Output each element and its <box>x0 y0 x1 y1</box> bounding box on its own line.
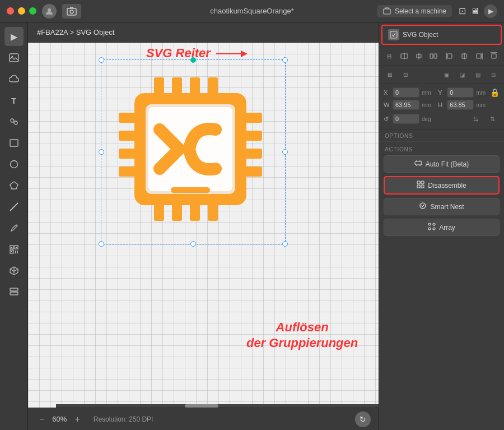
flip-v-btn[interactable]: ⇅ <box>485 112 500 126</box>
flip-h-btn[interactable]: ⇆ <box>468 112 483 126</box>
alignment-toolbar-2: ⊞ ⊡ ▣ ◪ ▨ ⊟ <box>379 66 504 84</box>
prop-x-unit: mm <box>422 90 431 96</box>
auto-fit-label: Auto Fit (Beta) <box>426 160 469 168</box>
machine-selector[interactable]: Select a machine <box>377 5 452 17</box>
prop-y-unit: mm <box>476 90 486 96</box>
smart-nest-button[interactable]: Smart Nest <box>384 198 500 215</box>
tool-cloud[interactable] <box>4 70 24 89</box>
svg-rect-67 <box>417 185 420 188</box>
svg-point-7 <box>14 121 17 124</box>
zoom-out-button[interactable]: − <box>36 413 48 426</box>
transform-btn-3[interactable]: ▣ <box>439 68 454 81</box>
align-tool-4[interactable] <box>427 49 440 63</box>
handle-mid-right[interactable] <box>282 149 288 155</box>
svg-rect-40 <box>245 131 262 141</box>
svg-point-2 <box>70 10 73 13</box>
prop-y-label: Y <box>438 89 445 96</box>
zoom-in-button[interactable]: + <box>71 413 83 426</box>
close-button[interactable] <box>7 7 14 15</box>
tab-icon <box>388 29 399 40</box>
transform-btn-1[interactable]: ⊞ <box>382 68 397 81</box>
window-title: chaotikumSquareOrange* <box>210 7 294 15</box>
handle-bot-right[interactable] <box>282 241 288 247</box>
svg-rect-30 <box>208 77 218 94</box>
svg-rect-37 <box>119 149 136 159</box>
svg-rect-16 <box>16 247 17 248</box>
bottom-bar: − 60% + Resolution: 250 DPI ↻ <box>28 408 379 430</box>
smart-nest-label: Smart Nest <box>430 203 464 211</box>
transform-btn-6[interactable]: ⊟ <box>486 68 501 81</box>
svg-object[interactable] <box>101 59 302 261</box>
auto-fit-button[interactable]: Auto Fit (Beta) <box>384 155 500 173</box>
svg-rect-39 <box>245 113 262 123</box>
svg-rect-3 <box>384 9 390 14</box>
prop-x-row: X mm <box>384 87 436 98</box>
tool-rectangle[interactable] <box>4 133 24 152</box>
prop-r-row: ↺ deg ⇆ ⇅ <box>384 112 500 126</box>
expand-icon[interactable]: ⊡ <box>459 6 466 16</box>
prop-y-input[interactable] <box>447 87 474 98</box>
tool-qr[interactable] <box>4 240 24 259</box>
machine-icon <box>382 7 391 16</box>
svg-rect-34 <box>208 204 218 221</box>
actions-section-label: ACTIONS <box>379 143 504 154</box>
tool-group[interactable] <box>4 112 24 131</box>
tool-polygon[interactable] <box>4 176 24 195</box>
svg-rect-20 <box>15 252 16 253</box>
left-sidebar: ▶ T <box>0 22 28 430</box>
refresh-button[interactable]: ↻ <box>355 411 371 427</box>
user-avatar <box>42 4 57 19</box>
array-button[interactable]: Array <box>384 219 500 236</box>
svg-rect-33 <box>190 204 200 221</box>
content-area: #FBA22A > SVG Object <box>28 22 379 430</box>
align-tool-2[interactable] <box>397 49 410 63</box>
svg-rect-15 <box>11 247 12 248</box>
prop-w-input[interactable] <box>393 100 419 110</box>
play-icon[interactable]: ▶ <box>484 4 497 18</box>
svg-rect-17 <box>11 251 12 252</box>
tool-layers[interactable] <box>4 283 24 302</box>
align-v-top[interactable] <box>487 49 501 63</box>
prop-h-input[interactable] <box>447 100 474 110</box>
horizontal-scrollbar[interactable] <box>56 404 379 408</box>
scrollbar-thumb[interactable] <box>185 404 218 408</box>
transform-btn-4[interactable]: ◪ <box>455 68 469 81</box>
svg-object-tab[interactable]: SVG Object <box>381 25 502 45</box>
svg-point-70 <box>428 223 431 225</box>
tool-line[interactable] <box>4 197 24 216</box>
tool-pen[interactable] <box>4 219 24 238</box>
transform-btn-2[interactable]: ⊡ <box>398 68 413 81</box>
canvas-area[interactable]: SVG Reiter Auflösen der Gruppierungen − … <box>28 43 379 430</box>
svg-rect-64 <box>415 161 422 165</box>
align-h-center[interactable] <box>458 49 471 63</box>
svg-rect-47 <box>176 195 204 201</box>
disassemble-button[interactable]: Disassemble <box>384 176 500 195</box>
tool-3d[interactable] <box>4 261 24 280</box>
minimize-button[interactable] <box>18 7 25 15</box>
align-tool-1[interactable]: ⊟ <box>382 49 396 63</box>
svg-rect-36 <box>119 131 136 141</box>
breadcrumb: #FBA22A > SVG Object <box>37 28 114 36</box>
svg-point-73 <box>433 228 435 230</box>
align-h-right[interactable] <box>472 49 486 63</box>
align-h-left[interactable] <box>443 49 456 63</box>
fullscreen-button[interactable] <box>29 7 36 15</box>
svg-point-72 <box>428 228 431 230</box>
svg-rect-31 <box>154 204 164 221</box>
svg-rect-8 <box>10 140 18 146</box>
screen-icon[interactable]: 🖥 <box>470 6 479 16</box>
svg-rect-18 <box>15 251 16 252</box>
handle-bot-center[interactable] <box>190 241 196 247</box>
prop-r-unit: deg <box>422 116 431 122</box>
properties-grid: X mm Y mm 🔒 W mm H mm ↺ <box>379 84 504 130</box>
tool-text[interactable]: T <box>4 91 24 110</box>
svg-rect-49 <box>390 31 397 38</box>
transform-btn-5[interactable]: ▨ <box>470 68 485 81</box>
prop-r-input[interactable] <box>393 114 419 124</box>
tool-circle[interactable] <box>4 155 24 174</box>
prop-x-input[interactable] <box>393 87 419 98</box>
lock-icon[interactable]: 🔒 <box>490 88 500 97</box>
tool-cursor[interactable]: ▶ <box>4 27 24 46</box>
align-tool-3[interactable] <box>412 49 426 63</box>
tool-image[interactable] <box>4 48 24 67</box>
